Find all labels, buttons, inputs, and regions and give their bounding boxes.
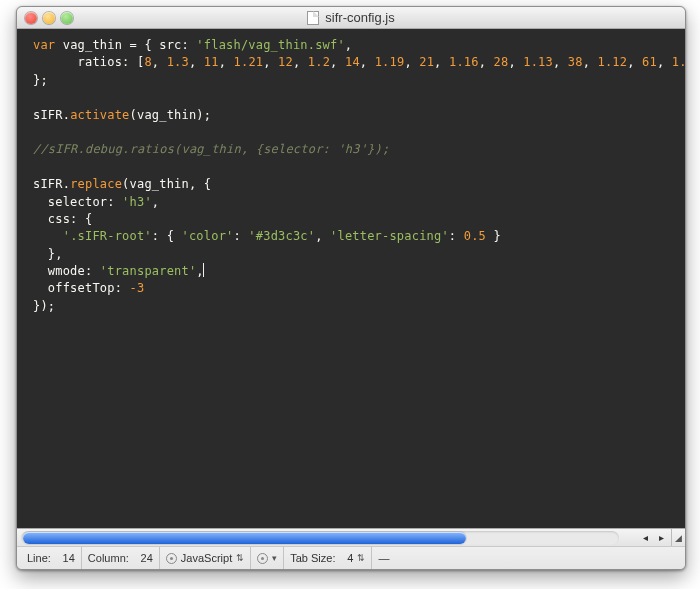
tabsize-label: Tab Size: [290, 552, 335, 564]
comment: //sIFR.debug.ratios(vag_thin, {selector:… [33, 142, 389, 156]
minimize-icon[interactable] [43, 12, 55, 24]
scroll-right-icon[interactable]: ▸ [654, 531, 668, 545]
language-label: JavaScript [181, 552, 232, 564]
line-value: 14 [55, 552, 75, 564]
status-language[interactable]: JavaScript ⇅ [160, 547, 251, 569]
line-label: Line: [27, 552, 51, 564]
column-label: Column: [88, 552, 129, 564]
status-bar: Line: 14 Column: 24 JavaScript ⇅ ▾ Tab S… [17, 547, 685, 569]
close-icon[interactable] [25, 12, 37, 24]
scrollbar-track[interactable] [21, 531, 619, 545]
horizontal-scrollbar[interactable]: ◂ ▸ ◢ [17, 529, 685, 547]
keyword: var [33, 38, 55, 52]
traffic-lights [17, 12, 73, 24]
document-icon [307, 11, 319, 25]
status-tabsize[interactable]: Tab Size: 4 ⇅ [284, 547, 372, 569]
resize-handle-icon[interactable]: ◢ [671, 529, 685, 546]
symbol-gear-icon [257, 553, 268, 564]
status-column[interactable]: Column: 24 [82, 547, 160, 569]
scrollbar-thumb[interactable] [23, 532, 466, 544]
code-content[interactable]: var vag_thin = { src: 'flash/vag_thin.sw… [17, 29, 685, 315]
status-extra[interactable]: — [372, 547, 681, 569]
status-line[interactable]: Line: 14 [21, 547, 82, 569]
status-symbol-popup[interactable]: ▾ [251, 547, 284, 569]
window-title: sifr-config.js [17, 10, 685, 25]
language-gear-icon [166, 553, 177, 564]
editor-window: sifr-config.js var vag_thin = { src: 'fl… [16, 6, 686, 570]
chevron-updown-icon: ⇅ [357, 553, 365, 563]
text-cursor [203, 263, 204, 277]
titlebar[interactable]: sifr-config.js [17, 7, 685, 29]
dash-label: — [378, 552, 389, 564]
zoom-icon[interactable] [61, 12, 73, 24]
column-value: 24 [133, 552, 153, 564]
bottom-chrome: ◂ ▸ ◢ Line: 14 Column: 24 JavaScript ⇅ ▾ [17, 528, 685, 569]
code-editor[interactable]: var vag_thin = { src: 'flash/vag_thin.sw… [17, 29, 685, 528]
window-title-text: sifr-config.js [325, 10, 394, 25]
scroll-left-icon[interactable]: ◂ [638, 531, 652, 545]
tabsize-value: 4 [339, 552, 353, 564]
chevron-down-icon: ▾ [272, 553, 277, 563]
editor-area: var vag_thin = { src: 'flash/vag_thin.sw… [17, 29, 685, 528]
chevron-updown-icon: ⇅ [236, 553, 244, 563]
